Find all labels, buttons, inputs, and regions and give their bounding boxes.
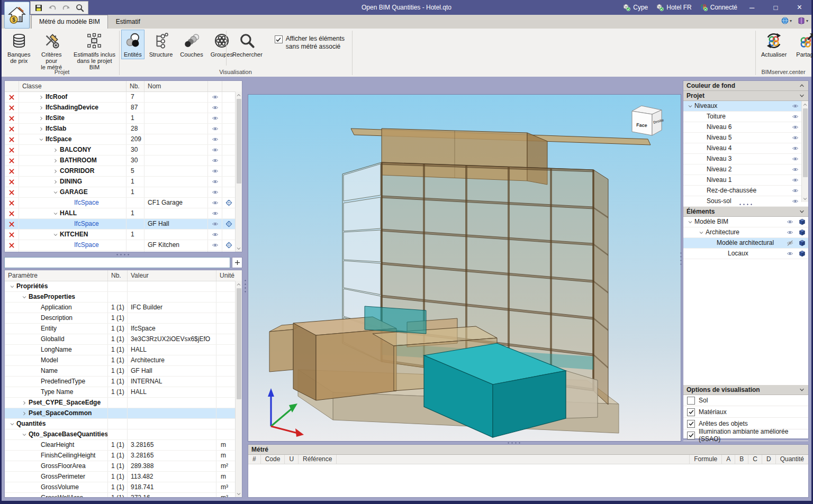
delete-x-icon[interactable] xyxy=(5,198,19,208)
entity-row[interactable]: IfcRoof 7 xyxy=(5,92,242,103)
locate-target-icon[interactable] xyxy=(222,240,235,250)
metre-column-header[interactable]: U xyxy=(285,455,299,464)
documentation-dropdown[interactable]: ▾ xyxy=(797,16,808,25)
visibility-eye-icon[interactable] xyxy=(208,177,222,187)
locate-target-icon[interactable] xyxy=(222,177,235,187)
visibility-eye-icon[interactable] xyxy=(789,177,801,184)
entity-row[interactable]: HALL 1 xyxy=(5,208,242,219)
maximize-button[interactable]: □ xyxy=(764,0,788,15)
metre-column-header[interactable]: # xyxy=(248,455,261,464)
delete-x-icon[interactable] xyxy=(5,187,19,197)
delete-x-icon[interactable] xyxy=(5,155,19,166)
delete-x-icon[interactable] xyxy=(5,208,19,218)
visibility-eye-icon[interactable] xyxy=(208,251,222,252)
level-row[interactable]: Niveau 6 xyxy=(683,122,808,133)
delete-x-icon[interactable] xyxy=(5,240,19,250)
entity-row[interactable]: BALCONY 30 xyxy=(5,145,242,155)
levels-scrollbar[interactable] xyxy=(801,101,808,202)
metre-column-header[interactable]: Formule xyxy=(689,455,721,464)
connection-status-badge[interactable]: Connecté xyxy=(700,4,737,11)
ribbon-tab[interactable]: Estimatif xyxy=(108,15,148,29)
level-row[interactable]: Niveau 2 xyxy=(683,164,808,175)
close-button[interactable]: × xyxy=(788,0,811,15)
locate-target-icon[interactable] xyxy=(222,92,235,102)
included-estimates-button[interactable]: Estimatifs inclusdans le projet BIM xyxy=(70,30,119,72)
price-banks-button[interactable]: Banquesde prix xyxy=(5,30,33,66)
entity-filter-input[interactable] xyxy=(4,257,230,268)
parameter-row[interactable]: Propriétés xyxy=(5,281,242,292)
parameter-row[interactable]: Description 1 (1) xyxy=(5,313,242,324)
measurement-criteria-button[interactable]: Critères pourle métré xyxy=(33,30,70,72)
delete-x-icon[interactable] xyxy=(5,177,19,187)
locate-target-icon[interactable] xyxy=(222,103,235,113)
entity-row[interactable]: BATHROOM 30 xyxy=(5,155,242,166)
layers-button[interactable]: Couches xyxy=(177,30,205,59)
delete-x-icon[interactable] xyxy=(5,103,19,113)
visibility-eye-icon[interactable] xyxy=(208,219,222,229)
visibility-eye-icon[interactable] xyxy=(789,124,801,131)
visibility-eye-icon[interactable] xyxy=(208,145,222,155)
parameter-row[interactable]: GrossFloorArea 1 (1) 289.388 m² xyxy=(5,461,242,472)
entity-row[interactable]: KITCHEN 1 xyxy=(5,230,242,240)
viewport-right-splitter[interactable] xyxy=(680,251,682,266)
parameter-row[interactable]: Application 1 (1) IFC Builder xyxy=(5,303,242,313)
locate-target-icon[interactable] xyxy=(222,219,235,229)
parameter-row[interactable]: PredefinedType 1 (1) INTERNAL xyxy=(5,377,242,387)
visibility-eye-icon[interactable] xyxy=(789,134,801,141)
element-row[interactable]: Modèle architectural xyxy=(683,238,808,249)
left-viewport-splitter[interactable] xyxy=(244,279,247,294)
visualization-option[interactable]: Sol xyxy=(683,395,808,406)
entity-row[interactable]: GARAGE 1 xyxy=(5,187,242,198)
visibility-eye-icon[interactable] xyxy=(208,155,222,166)
entity-row[interactable]: IfcSite 1 xyxy=(5,113,242,124)
column-header-parametre[interactable]: Paramètre xyxy=(5,270,108,281)
visibility-eye-icon[interactable] xyxy=(784,240,796,246)
locate-target-icon[interactable] xyxy=(222,251,235,252)
background-color-header[interactable]: Couleur de fond xyxy=(683,81,808,91)
ribbon-tab[interactable]: Métré du modèle BIM xyxy=(31,15,108,29)
visibility-eye-icon[interactable] xyxy=(208,198,222,208)
parameter-row[interactable]: GrossPerimeter 1 (1) 113.482 m xyxy=(5,472,242,482)
parameter-row[interactable]: GrossWallArea 1 (1) 372.16 m² xyxy=(5,493,242,498)
account-badge[interactable]: Cype xyxy=(623,4,648,11)
visibility-eye-icon[interactable] xyxy=(208,103,222,113)
bim-model-cube-icon[interactable] xyxy=(796,240,808,246)
visibility-eye-icon[interactable] xyxy=(208,187,222,197)
visibility-eye-icon[interactable] xyxy=(784,229,796,236)
parameter-row[interactable]: LongName 1 (1) HALL xyxy=(5,345,242,355)
parameter-row[interactable]: Model 1 (1) Architecture xyxy=(5,355,242,366)
level-row[interactable]: Sous-sol xyxy=(683,196,808,207)
delete-x-icon[interactable] xyxy=(5,230,19,240)
parameter-row[interactable]: FinishCeilingHeight 1 (1) 3.28165 m xyxy=(5,451,242,461)
entity-row[interactable]: CORRIDOR 5 xyxy=(5,166,242,177)
parameter-row[interactable]: GrossVolume 1 (1) 918.741 m³ xyxy=(5,482,242,493)
save-button[interactable] xyxy=(34,3,43,13)
visibility-eye-icon[interactable] xyxy=(208,124,222,134)
level-row[interactable]: Niveau 3 xyxy=(683,154,808,164)
delete-x-icon[interactable] xyxy=(5,145,19,155)
visibility-eye-icon[interactable] xyxy=(208,134,222,144)
visualization-option[interactable]: Matériaux xyxy=(683,406,808,418)
undo-button[interactable] xyxy=(48,3,57,13)
delete-x-icon[interactable] xyxy=(5,124,19,134)
metre-column-header[interactable]: C xyxy=(748,455,762,464)
entity-scrollbar[interactable] xyxy=(235,91,242,252)
locate-target-icon[interactable] xyxy=(222,124,235,134)
entity-row[interactable]: IfcSpace CF1 Garage xyxy=(5,198,242,208)
visibility-eye-icon[interactable] xyxy=(208,113,222,123)
visibility-eye-icon[interactable] xyxy=(208,166,222,176)
entities-button[interactable]: Entités xyxy=(121,30,144,59)
locate-target-icon[interactable] xyxy=(222,145,235,155)
locate-target-icon[interactable] xyxy=(222,166,235,176)
locate-target-icon[interactable] xyxy=(222,187,235,197)
locate-target-icon[interactable] xyxy=(222,134,235,144)
levels-root-row[interactable]: Niveaux xyxy=(683,101,808,112)
structure-button[interactable]: Structure xyxy=(147,30,176,59)
parameter-row[interactable]: Entity 1 (1) IfcSpace xyxy=(5,324,242,334)
entity-row[interactable]: IfcSlab 28 xyxy=(5,124,242,134)
visibility-eye-icon[interactable] xyxy=(208,92,222,102)
redo-button[interactable] xyxy=(61,3,71,13)
column-header-nb[interactable]: Nb. xyxy=(108,270,128,281)
online-services-dropdown[interactable]: ▾ xyxy=(781,16,792,25)
param-scrollbar[interactable] xyxy=(235,281,242,497)
